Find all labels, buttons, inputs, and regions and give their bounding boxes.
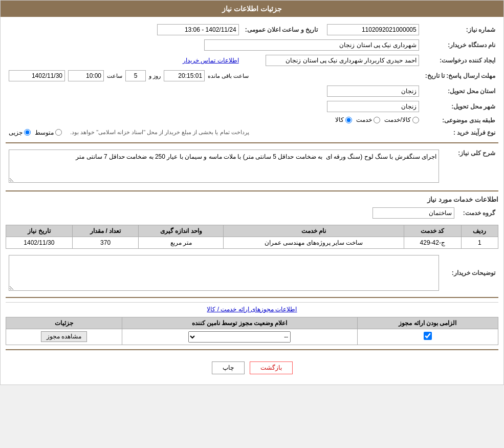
cell-qty: 370 xyxy=(72,237,139,248)
row-creator: ایجاد کننده درخواست: اطلاعات تماس خریدار xyxy=(6,53,498,68)
province-input xyxy=(327,86,419,97)
radio-kala[interactable] xyxy=(345,117,352,123)
buyer-org-value xyxy=(6,37,422,53)
services-table: ردیف کد خدمت نام خدمت واحد اندازه گیری ت… xyxy=(6,225,498,249)
process-radio-motavaset[interactable]: متوسط xyxy=(35,129,62,136)
radio-khedmat[interactable] xyxy=(374,117,380,123)
category-label: طبقه بندی موضوعی: xyxy=(422,114,498,127)
col-permit-details: جزئیات xyxy=(6,317,122,329)
cell-date: 1402/11/30 xyxy=(6,237,73,248)
creator-value xyxy=(242,53,422,68)
creator-link-cell[interactable]: اطلاعات تماس خریدار xyxy=(6,53,242,68)
permits-table: الزامی بودن ارائه مجوز اعلام وضعیت مجوز … xyxy=(6,317,498,345)
need-number-label: شماره نیاز: xyxy=(422,22,498,37)
back-button[interactable]: بازگشت xyxy=(250,361,293,374)
cell-name: ساخت سایر پروژه‌های مهندسی عمران xyxy=(224,237,404,248)
buyer-org-input xyxy=(204,39,419,51)
bottom-buttons: بازگشت چاپ xyxy=(6,354,498,379)
separator-1 xyxy=(6,142,498,143)
cell-code: ج-42-429 xyxy=(404,237,461,248)
radio-motavaset[interactable] xyxy=(55,129,62,136)
permits-table-body: -- مشاهده مجوز xyxy=(6,329,498,345)
reply-date-input xyxy=(9,70,65,81)
province-value xyxy=(6,83,422,99)
row-service-group: گروه خدمت: xyxy=(6,205,498,221)
row-buyer-notes: توضیحات خریدار: xyxy=(6,253,498,293)
process-label: نوع فرآیند خرید : xyxy=(422,127,498,138)
permit-required-checkbox[interactable] xyxy=(424,332,432,340)
remaining-label: ساعت باقی مانده xyxy=(208,73,249,79)
row-city: شهر محل تحویل: xyxy=(6,99,498,114)
province-label: استان محل تحویل: xyxy=(422,83,498,99)
permit-details-cell[interactable]: مشاهده مجوز xyxy=(6,329,122,345)
col-date: تاریخ نیاز xyxy=(6,225,73,237)
permits-link-text[interactable]: اطلاعات مجوزهای ارائه خدمت / کالا xyxy=(207,306,297,313)
announce-date-label: تاریخ و ساعت اعلان عمومی: xyxy=(242,22,324,37)
row-process: نوع فرآیند خرید : پرداخت تمام یا بخشی از… xyxy=(6,127,498,138)
radio-kala-khedmat-label: کالا/خدمت xyxy=(384,116,410,123)
col-name: نام خدمت xyxy=(224,225,404,237)
creator-contact-link[interactable]: اطلاعات تماس خریدار xyxy=(183,57,239,64)
reply-days-input xyxy=(125,70,146,81)
radio-jozii-label: جزیی xyxy=(9,129,23,136)
process-radio-jozii[interactable]: جزیی xyxy=(9,129,31,136)
category-radio-kala-khedmat[interactable]: کالا/خدمت xyxy=(384,116,419,123)
services-table-body: 1 ج-42-429 ساخت سایر پروژه‌های مهندسی عم… xyxy=(6,237,498,248)
category-radio-khedmat[interactable]: خدمت xyxy=(356,116,380,123)
service-group-table: گروه خدمت: xyxy=(6,205,498,221)
buyer-notes-table: توضیحات خریدار: xyxy=(6,253,498,293)
col-row: ردیف xyxy=(461,225,498,237)
buyer-notes-textarea[interactable] xyxy=(9,255,439,291)
page-title: جزئیات اطلاعات نیاز xyxy=(222,5,282,13)
print-button[interactable]: چاپ xyxy=(212,361,245,374)
category-radio-kala[interactable]: کالا xyxy=(335,116,352,123)
col-unit: واحد اندازه گیری xyxy=(139,225,224,237)
creator-label: ایجاد کننده درخواست: xyxy=(422,53,498,68)
permits-table-header: الزامی بودن ارائه مجوز اعلام وضعیت مجوز … xyxy=(6,317,498,329)
general-desc-label: شرح کلی نیاز: xyxy=(442,147,498,186)
row-reply-deadline: مهلت ارسال پاسخ: تا تاریخ: ساعت باقی مان… xyxy=(6,68,498,83)
separator-2 xyxy=(6,190,498,191)
services-table-header: ردیف کد خدمت نام خدمت واحد اندازه گیری ت… xyxy=(6,225,498,237)
service-group-input xyxy=(372,207,454,219)
reply-time-label: ساعت xyxy=(107,73,122,79)
cell-unit: متر مربع xyxy=(139,237,224,248)
general-desc-content xyxy=(6,147,442,186)
permit-view-button[interactable]: مشاهده مجوز xyxy=(41,331,87,342)
permits-header-row: الزامی بودن ارائه مجوز اعلام وضعیت مجوز … xyxy=(6,317,498,329)
permit-required-cell xyxy=(357,329,498,345)
buyer-notes-label: توضیحات خریدار: xyxy=(442,253,498,293)
radio-motavaset-label: متوسط xyxy=(35,129,54,136)
announce-date-input xyxy=(157,24,239,35)
page-header: جزئیات اطلاعات نیاز xyxy=(1,1,503,17)
radio-kala-khedmat[interactable] xyxy=(412,117,419,123)
process-options: پرداخت تمام یا بخشی از مبلغ خریدار از مح… xyxy=(6,127,422,138)
service-group-value xyxy=(6,205,457,221)
need-number-value xyxy=(324,22,422,37)
permit-status-select[interactable]: -- xyxy=(188,331,291,343)
table-row: 1 ج-42-429 ساخت سایر پروژه‌های مهندسی عم… xyxy=(6,237,498,248)
page-wrapper: جزئیات اطلاعات نیاز شماره نیاز: تاریخ و … xyxy=(0,0,504,385)
city-input xyxy=(327,101,419,112)
reply-time-input xyxy=(68,70,104,81)
reply-deadline-fields: ساعت باقی مانده روز و ساعت xyxy=(6,68,422,83)
col-permit-status: اعلام وضعیت مجوز توسط نامین کننده xyxy=(122,317,357,329)
permits-section-link[interactable]: اطلاعات مجوزهای ارائه خدمت / کالا xyxy=(6,302,498,313)
radio-khedmat-label: خدمت xyxy=(356,116,372,123)
main-content: شماره نیاز: تاریخ و ساعت اعلان عمومی: نا… xyxy=(1,17,503,385)
buyer-org-label: نام دستگاه خریدار: xyxy=(422,37,498,53)
services-section-title: اطلاعات خدمات مورد نیاز xyxy=(6,196,498,203)
announce-date-value xyxy=(6,22,242,37)
city-value xyxy=(6,99,422,114)
category-radios: کالا/خدمت خدمت کالا xyxy=(6,114,422,127)
list-item: -- مشاهده مجوز xyxy=(6,329,498,345)
general-desc-table: شرح کلی نیاز: xyxy=(6,147,498,186)
buyer-notes-content xyxy=(6,253,442,293)
cell-row: 1 xyxy=(461,237,498,248)
radio-jozii[interactable] xyxy=(24,129,31,136)
permit-status-cell[interactable]: -- xyxy=(122,329,357,345)
radio-kala-label: کالا xyxy=(335,116,344,123)
reply-days-label: روز و xyxy=(149,73,161,79)
row-category: طبقه بندی موضوعی: کالا/خدمت خدمت xyxy=(6,114,498,127)
separator-4 xyxy=(6,349,498,350)
